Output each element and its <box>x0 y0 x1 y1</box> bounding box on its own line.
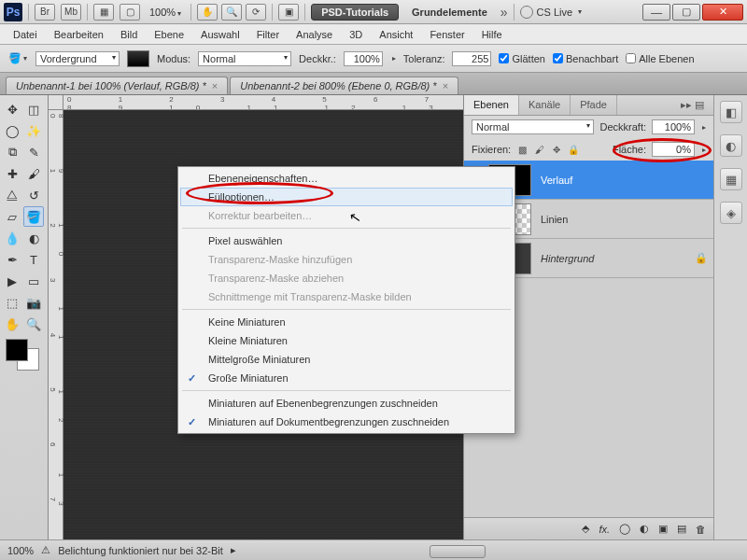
cs-live-button[interactable]: CS Live ▾ <box>520 6 583 19</box>
move-tool[interactable]: ✥ <box>2 99 22 119</box>
dock-layers-icon[interactable]: ◧ <box>720 101 742 123</box>
workspace-label[interactable]: Grundelemente <box>404 7 495 18</box>
doc-tab-1[interactable]: Unbenannt-1 bei 100% (Verlauf, RGB/8) *× <box>6 77 228 94</box>
ctx-clip-to-layer[interactable]: Miniaturen auf Ebenenbegrenzungen zuschn… <box>180 394 513 413</box>
bridge-button[interactable]: Br <box>35 4 55 21</box>
hand-icon[interactable]: ✋ <box>197 4 218 21</box>
all-layers-checkbox[interactable]: Alle Ebenen <box>626 53 694 64</box>
history-brush-tool[interactable]: ↺ <box>23 185 44 205</box>
zoom-display[interactable]: 100%▾ <box>146 7 185 18</box>
3d-tool[interactable]: ⬚ <box>2 292 22 313</box>
tab-ebenen[interactable]: Ebenen <box>464 95 519 115</box>
menu-datei[interactable]: Datei <box>6 27 45 42</box>
trash-icon[interactable]: 🗑 <box>696 524 706 535</box>
brush-tool[interactable]: 🖌 <box>23 163 44 184</box>
ctx-select-pixels[interactable]: Pixel auswählen <box>180 231 513 250</box>
status-menu-icon[interactable]: ▸ <box>231 544 236 556</box>
blur-tool[interactable]: 💧 <box>2 228 22 248</box>
ctx-layer-properties[interactable]: Ebeneneigenschaften… <box>180 169 513 188</box>
layer-name[interactable]: Linien <box>535 214 713 225</box>
magic-wand-tool[interactable]: ✨ <box>23 120 44 141</box>
lock-all-icon[interactable]: 🔒 <box>567 144 579 156</box>
panel-menu-icon[interactable]: ▸▸ ▤ <box>671 95 713 115</box>
menu-3d[interactable]: 3D <box>342 27 370 42</box>
antialias-checkbox[interactable]: Glätten <box>499 53 544 64</box>
close-icon[interactable]: × <box>443 80 448 91</box>
adjustment-icon[interactable]: ◐ <box>640 523 649 535</box>
menu-auswahl[interactable]: Auswahl <box>193 27 247 42</box>
group-icon[interactable]: ▣ <box>658 523 668 535</box>
hand-tool[interactable]: ✋ <box>2 314 22 334</box>
menu-fenster[interactable]: Fenster <box>422 27 472 42</box>
tolerance-input[interactable]: 255 <box>452 51 491 66</box>
fill-input[interactable]: 0% <box>652 142 695 157</box>
ctx-medium-thumbnails[interactable]: Mittelgroße Miniaturen <box>180 350 513 369</box>
marquee-tool[interactable]: ◫ <box>23 99 44 119</box>
close-icon[interactable]: × <box>212 80 218 91</box>
foreground-color[interactable] <box>6 339 28 361</box>
ruler-icon[interactable]: ▢ <box>120 4 140 21</box>
tab-pfade[interactable]: Pfade <box>571 95 617 115</box>
workspace-psd-tutorials[interactable]: PSD-Tutorials <box>311 4 399 21</box>
ctx-large-thumbnails[interactable]: ✓Große Miniaturen <box>180 369 513 387</box>
horizontal-scrollbar[interactable] <box>430 545 486 558</box>
fill-source-select[interactable]: Vordergrund <box>35 51 120 66</box>
workspace-more-icon[interactable]: » <box>500 5 508 20</box>
crop-tool[interactable]: ⧉ <box>2 142 22 162</box>
zoom-icon[interactable]: 🔍 <box>221 4 242 21</box>
eyedropper-tool[interactable]: ✎ <box>23 142 44 162</box>
mask-icon[interactable]: ◯ <box>619 523 630 535</box>
lock-position-icon[interactable]: ✥ <box>550 144 562 156</box>
maximize-button[interactable]: ▢ <box>672 4 700 21</box>
pen-tool[interactable]: ✒ <box>2 249 22 270</box>
opacity-input[interactable]: 100% <box>344 51 383 66</box>
ctx-clip-to-document[interactable]: ✓Miniaturen auf Dokumentbegrenzungen zus… <box>180 413 513 431</box>
layer-blend-mode-select[interactable]: Normal <box>472 119 594 134</box>
path-select-tool[interactable]: ▶ <box>2 271 22 291</box>
close-button[interactable]: ✕ <box>702 4 743 21</box>
eraser-tool[interactable]: ▱ <box>2 206 22 227</box>
ctx-small-thumbnails[interactable]: Kleine Miniaturen <box>180 331 513 350</box>
zoom-tool[interactable]: 🔍 <box>23 314 44 334</box>
new-layer-icon[interactable]: ▤ <box>677 523 686 535</box>
tab-kanaele[interactable]: Kanäle <box>519 95 571 115</box>
status-zoom[interactable]: 100% <box>7 545 34 556</box>
menu-bild[interactable]: Bild <box>113 27 145 42</box>
lock-pixels-icon[interactable]: 🖌 <box>533 144 545 156</box>
layer-opacity-input[interactable]: 100% <box>652 119 695 134</box>
menu-ebene[interactable]: Ebene <box>147 27 191 42</box>
dock-styles-icon[interactable]: ◈ <box>720 202 742 224</box>
ruler-origin[interactable] <box>49 95 63 110</box>
blend-mode-select[interactable]: Normal <box>198 51 291 66</box>
paint-bucket-tool[interactable]: 🪣 <box>23 206 44 227</box>
ctx-no-thumbnails[interactable]: Keine Miniaturen <box>180 313 513 331</box>
contiguous-checkbox[interactable]: Benachbart <box>553 53 618 64</box>
lock-transparency-icon[interactable]: ▩ <box>516 144 529 156</box>
layer-name[interactable]: Verlauf <box>535 175 713 186</box>
stamp-tool[interactable]: ⧋ <box>2 185 22 205</box>
dock-adjust-icon[interactable]: ◐ <box>720 134 742 157</box>
ctx-blending-options[interactable]: Fülloptionen… <box>180 188 513 206</box>
screen-mode-icon[interactable]: ▣ <box>278 4 299 21</box>
menu-bearbeiten[interactable]: Bearbeiten <box>47 27 111 42</box>
foreground-background-swatch[interactable] <box>2 339 43 372</box>
link-layers-icon[interactable]: ⬘ <box>582 523 589 535</box>
3d-camera-tool[interactable]: 📷 <box>23 292 44 313</box>
minimize-button[interactable]: –– <box>642 4 670 21</box>
shape-tool[interactable]: ▭ <box>23 271 44 291</box>
ruler-vertical[interactable]: 0 1 2 3 4 5 6 7 8 9 10 11 12 13 14 15 16 <box>49 110 63 539</box>
type-tool[interactable]: T <box>23 249 44 270</box>
dodge-tool[interactable]: ◐ <box>23 228 44 248</box>
menu-analyse[interactable]: Analyse <box>289 27 340 42</box>
ruler-horizontal[interactable]: 0 1 2 3 4 5 6 7 8 9 10 11 12 13 14 <box>63 95 463 110</box>
fill-swatch[interactable] <box>127 50 149 67</box>
dock-swatches-icon[interactable]: ▦ <box>720 168 742 190</box>
fx-icon[interactable]: fx. <box>599 524 610 535</box>
menu-ansicht[interactable]: Ansicht <box>372 27 420 42</box>
rotate-icon[interactable]: ⟳ <box>246 4 266 21</box>
paint-bucket-icon[interactable]: 🪣▾ <box>7 49 28 69</box>
minibridge-button[interactable]: Mb <box>61 4 81 21</box>
doc-tab-2[interactable]: Unbenannt-2 bei 800% (Ebene 0, RGB/8) *× <box>230 77 458 94</box>
menu-hilfe[interactable]: Hilfe <box>474 27 510 42</box>
grid-icon[interactable]: ▦ <box>93 4 114 21</box>
